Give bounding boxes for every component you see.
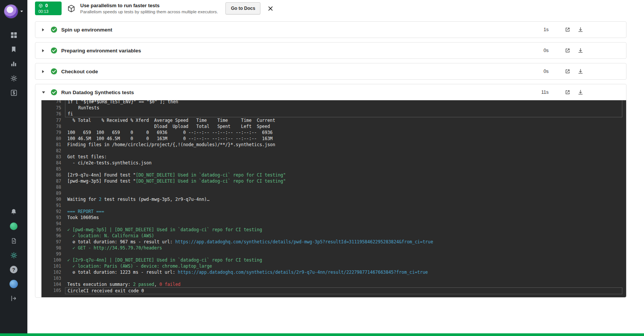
- banner-title: Use parallelism to run faster tests: [80, 3, 218, 8]
- terminal-output[interactable]: 74if [ "${0#*$ORB_TEST_ENV}" == "$0" ]; …: [41, 100, 626, 297]
- download-log-icon[interactable]: [577, 27, 584, 33]
- sidebar-item-insights[interactable]: [6, 58, 21, 69]
- result-url-link[interactable]: https://app.datadoghq.com/synthetics/det…: [175, 239, 433, 245]
- log-text: if [ "${0#*$ORB_TEST_ENV}" == "$0" ]; th…: [68, 100, 178, 104]
- line-number: 105: [44, 287, 61, 294]
- line-number: 95: [44, 227, 61, 233]
- terminal-line: 102 ⊘ total duration: 1223 ms - result u…: [44, 269, 626, 275]
- sidebar-item-support[interactable]: [6, 250, 21, 260]
- step-header[interactable]: Preparing environment variables0s: [35, 43, 626, 58]
- terminal-line: 91: [44, 202, 626, 208]
- log-text: Got test files:: [67, 154, 107, 159]
- sidebar-item-dashboard[interactable]: [6, 30, 21, 40]
- open-in-new-tab-icon[interactable]: [565, 68, 571, 74]
- step-card: Run Datadog Synthetics tests11s74if [ "$…: [35, 84, 627, 298]
- sidebar-item-projects[interactable]: [6, 44, 21, 55]
- sidebar-item-docs[interactable]: [6, 235, 21, 246]
- log-text: 0 failed: [159, 282, 180, 287]
- open-in-new-tab-icon[interactable]: [565, 89, 571, 95]
- line-number: 85: [44, 166, 61, 172]
- line-number: 96: [44, 233, 61, 239]
- download-log-icon[interactable]: [577, 89, 584, 95]
- terminal-line: 92=== REPORT ===: [44, 208, 626, 215]
- chevron-right-icon[interactable]: [41, 49, 46, 53]
- log-text: fi: [68, 111, 73, 117]
- open-in-new-tab-icon[interactable]: [565, 27, 571, 33]
- chat-messenger-icon: [10, 222, 17, 230]
- terminal-line: 78 Dload Upload Total Spent Left Speed: [44, 123, 626, 129]
- step-duration: 11s: [541, 90, 549, 95]
- step-header[interactable]: Spin up environment1s: [35, 22, 626, 38]
- line-number: 92: [44, 208, 61, 215]
- line-number: 76: [44, 111, 61, 117]
- step-duration: 0s: [544, 48, 549, 53]
- org-switcher[interactable]: [4, 4, 24, 19]
- line-number: 93: [44, 215, 61, 221]
- terminal-line: 90Waiting for 2 test results (pwd-mwg-3p…: [44, 196, 626, 202]
- document-icon: [11, 238, 17, 244]
- chevron-down-icon: [20, 9, 24, 13]
- terminal-line: 80100 46.5M 100 46.5M 0 0 163M 0 --:--:-…: [44, 136, 626, 142]
- line-number: 91: [44, 202, 61, 208]
- chevron-right-icon[interactable]: [41, 69, 46, 74]
- banner-text: Use parallelism to run faster tests Para…: [80, 3, 218, 14]
- terminal-line: 98 ✓ GET - http://34.95.79.70/headers: [44, 245, 626, 251]
- step-title: Spin up environment: [61, 27, 112, 33]
- help-icon: ?: [10, 266, 17, 273]
- credits-timer-badge[interactable]: 0 00:13: [35, 2, 62, 15]
- sidebar-item-user[interactable]: [6, 279, 21, 289]
- close-banner-icon[interactable]: [266, 5, 274, 13]
- step-card: Checkout code0s: [35, 63, 627, 80]
- line-number: 104: [44, 281, 61, 287]
- terminal-line: 83Got test files:: [44, 154, 626, 160]
- log-text: [2r9-q7u-4nn] Found test ": [67, 172, 136, 178]
- log-text: 100 46.5M 100 46.5M 0 0 163M 0 --:--:-- …: [67, 136, 273, 141]
- gear-icon: [10, 75, 17, 82]
- log-text: ⊘ total duration: 1223 ms - result url:: [67, 270, 178, 275]
- status-success-icon: [51, 89, 57, 96]
- terminal-line: 96 ✓ location: N. California (AWS): [44, 233, 626, 239]
- log-text: ,: [154, 282, 159, 287]
- download-log-icon[interactable]: [577, 68, 584, 74]
- result-url-link[interactable]: https://app.datadoghq.com/synthetics/det…: [178, 270, 428, 275]
- sidebar-item-plan[interactable]: [6, 87, 21, 98]
- line-number: 84: [44, 160, 61, 166]
- terminal-line: 95✓ [pwd-mwg-3p5] | [DO_NOT_DELETE] Used…: [44, 227, 626, 233]
- open-in-new-tab-icon[interactable]: [565, 47, 571, 54]
- org-avatar[interactable]: [4, 4, 18, 19]
- sidebar-item-settings[interactable]: [6, 73, 21, 84]
- line-number: 81: [44, 142, 61, 148]
- step-card: Preparing environment variables0s: [35, 42, 627, 59]
- line-number: 80: [44, 136, 61, 142]
- log-text: 2 passed: [133, 282, 154, 287]
- step-header[interactable]: Checkout code0s: [35, 63, 626, 79]
- terminal-line: 103: [44, 275, 626, 281]
- bar-chart-icon: [10, 60, 17, 67]
- log-text: - ci/e2e-tests.synthetics.json: [67, 160, 152, 166]
- steps-list: Spin up environment1sPreparing environme…: [27, 17, 644, 298]
- chevron-right-icon[interactable]: [41, 28, 46, 32]
- log-text: Tests execution summary:: [67, 282, 133, 287]
- terminal-line: 89: [44, 190, 626, 196]
- line-number: 77: [44, 117, 61, 123]
- line-number: 100: [44, 257, 61, 263]
- build-status-bar: [0, 333, 644, 336]
- log-text: ✓ location: Paris (AWS) - device: chrome…: [67, 263, 212, 269]
- terminal-line: 105CircleCI received exit code 0: [44, 287, 626, 294]
- log-text: 100 659 100 659 0 0 6936 0 --:--:-- --:-…: [67, 130, 273, 135]
- sidebar-item-notifications[interactable]: [6, 207, 21, 217]
- download-log-icon[interactable]: [577, 47, 584, 54]
- sidebar-item-chat[interactable]: [6, 221, 21, 232]
- step-header[interactable]: Run Datadog Synthetics tests11s: [35, 84, 626, 100]
- support-gear-icon: [10, 252, 17, 259]
- terminal-line: 85: [44, 166, 626, 172]
- line-number: 97: [44, 239, 61, 245]
- sidebar-item-help[interactable]: ?: [6, 264, 21, 275]
- chevron-down-icon[interactable]: [41, 91, 46, 94]
- terminal-line: 77 % Total % Received % Xferd Average Sp…: [44, 117, 626, 123]
- terminal-line: 94: [44, 221, 626, 227]
- sidebar-collapse-toggle[interactable]: [6, 293, 21, 304]
- go-to-docs-button[interactable]: Go to Docs: [225, 2, 260, 14]
- line-number: 87: [44, 178, 61, 184]
- terminal-line: 76fi: [44, 111, 626, 117]
